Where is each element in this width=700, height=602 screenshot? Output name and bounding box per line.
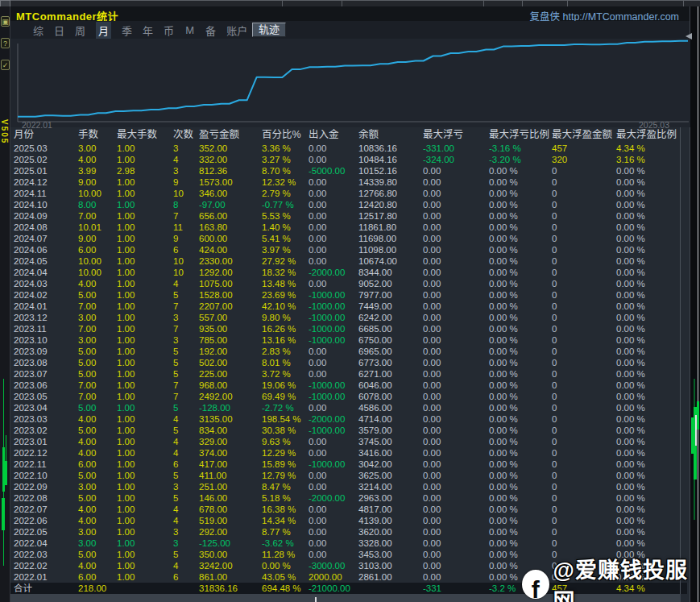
track-button[interactable]: 轨迹 (252, 23, 286, 37)
menu-item-月[interactable]: 月 (96, 22, 111, 39)
table-row[interactable]: 2022.093.001.003251.008.47 %0.003214.000… (10, 481, 687, 492)
column-header-8[interactable]: 最大浮亏 (423, 127, 489, 143)
cell-10: 0 (552, 380, 616, 391)
cell-6: 0.00 (309, 481, 358, 492)
cell-3: 6 (173, 459, 199, 470)
scroll-arrow-icon[interactable] (686, 33, 692, 39)
cell-4: 656.00 (199, 210, 262, 222)
menu-item-日[interactable]: 日 (54, 23, 64, 38)
cell-1: 5.00 (78, 368, 117, 380)
cell-10: 0 (552, 346, 616, 357)
table-row[interactable]: 2024.0510.001.00102330.0027.92 %0.001067… (10, 255, 687, 267)
cell-2: 1.00 (117, 143, 173, 154)
help-icon[interactable]: ? (1, 38, 10, 48)
cell-4: 146.00 (199, 492, 262, 504)
table-row[interactable]: 2024.079.001.009600.005.41 %0.0011698.00… (10, 233, 687, 244)
cell-10: 0 (552, 402, 616, 413)
table-row[interactable]: 2024.1110.001.0010346.002.79 %0.0012766.… (10, 188, 687, 199)
table-row[interactable]: 2023.014.001.004329.009.63 %0.003745.000… (10, 436, 687, 447)
table-row[interactable]: 2024.025.001.0051528.0023.69 %-1000.0079… (10, 289, 687, 301)
menu-item-备[interactable]: 备 (205, 23, 216, 38)
table-row[interactable]: 2022.043.001.003-125.00-3.62 %0.003328.0… (10, 538, 687, 549)
menu-item-综[interactable]: 综 (33, 23, 43, 38)
menu-item-季[interactable]: 季 (122, 23, 132, 38)
menu-item-账户[interactable]: 账户 (226, 23, 247, 38)
cell-1: 4.00 (78, 504, 117, 515)
column-header-4[interactable]: 盈亏金额 (199, 127, 262, 143)
table-row[interactable]: 2022.074.001.004678.0016.38 %0.004817.00… (10, 504, 687, 515)
cell-1: 4.00 (78, 413, 117, 425)
menu-item-M[interactable]: M (184, 24, 195, 36)
cell-11: 0.00 % (616, 323, 681, 334)
chart-axes (18, 44, 689, 122)
cell-5: -3.62 % (262, 538, 309, 549)
confirm-icon[interactable]: ✓ (1, 60, 10, 70)
cell-6: 0.00 (309, 278, 358, 289)
table-row[interactable]: 2023.095.001.005192.002.83 %0.006965.000… (10, 346, 687, 357)
table-row[interactable]: 2024.0810.011.0011163.801.40 %0.0011861.… (10, 222, 687, 233)
table-row[interactable]: 2023.103.001.003785.0013.16 %-1000.00675… (10, 334, 687, 346)
capture-icon[interactable]: ▣ (1, 16, 10, 27)
table-row[interactable]: 2023.117.001.007935.0016.26 %-1000.00668… (10, 323, 687, 334)
column-header-5[interactable]: 百分比% (262, 127, 309, 143)
column-header-11[interactable]: 最大浮盈比例 (616, 127, 681, 143)
menu-item-币[interactable]: 币 (164, 23, 174, 38)
cell-4: 502.00 (199, 357, 262, 368)
background-candlesticks-right (690, 371, 700, 548)
cell-6: 0.00 (309, 188, 358, 199)
cell-7: 12517.80 (358, 210, 423, 222)
column-header-10[interactable]: 最大浮盈金额 (552, 127, 616, 143)
cell-3: 7 (173, 391, 199, 402)
table-row[interactable]: 2022.116.001.006417.0015.89 %-1000.00304… (10, 459, 687, 470)
cell-9: 0.00 % (489, 481, 552, 492)
menu-item-周[interactable]: 周 (75, 23, 85, 38)
cell-8: 0.00 (423, 188, 489, 199)
cell-5: 2.83 % (262, 346, 309, 357)
column-header-6[interactable]: 出入金 (309, 127, 358, 143)
cell-1: 4.00 (78, 278, 117, 289)
table-row[interactable]: 2023.085.001.005502.008.01 %0.006773.000… (10, 357, 687, 368)
table-row[interactable]: 2022.085.001.005146.005.18 %-2000.002963… (10, 492, 687, 504)
cell-0: 2023.12 (14, 312, 78, 323)
table-row[interactable]: 2025.033.001.003352.003.36 %0.0010836.16… (10, 143, 687, 154)
table-row[interactable]: 2025.013.992.983812.368.70 %-5000.001015… (10, 165, 687, 176)
table-row[interactable]: 2023.067.001.007968.0019.06 %-1000.00604… (10, 380, 687, 391)
column-header-2[interactable]: 最大手数 (117, 127, 173, 143)
cell-7: 3579.00 (358, 425, 423, 436)
table-row[interactable]: 2024.097.001.007656.005.53 %0.0012517.80… (10, 210, 687, 222)
cell-11: 0.00 % (616, 504, 681, 515)
table-row[interactable]: 2024.017.001.0072207.0042.10 %-1000.0074… (10, 301, 687, 312)
cell-2: 1.00 (117, 267, 173, 278)
table-row[interactable]: 2025.024.001.004332.003.27 %0.0010484.16… (10, 154, 687, 165)
table-row[interactable]: 2022.124.001.004374.0012.29 %0.003416.00… (10, 447, 687, 459)
cell-10: 0 (552, 301, 616, 312)
cell-0: 2022.08 (14, 492, 78, 504)
table-row[interactable]: 2023.025.001.005834.0030.38 %-1000.00357… (10, 425, 687, 436)
menu-item-年[interactable]: 年 (143, 23, 153, 38)
table-row[interactable]: 2024.034.001.0041075.0013.48 %0.009052.0… (10, 278, 687, 289)
table-row[interactable]: 2022.053.001.003292.008.77 %0.003620.000… (10, 526, 687, 538)
table-row[interactable]: 2023.034.001.0043135.00198.54 %-2000.004… (10, 413, 687, 425)
table-row[interactable]: 2022.105.001.005411.0012.79 %0.003625.00… (10, 470, 687, 481)
background-right-strip (690, 6, 700, 602)
cell-5: 3.72 % (262, 368, 309, 380)
table-row[interactable]: 2024.0410.001.00101292.0018.32 %-2000.00… (10, 267, 687, 278)
table-row[interactable]: 2024.129.001.0091573.0012.32 %0.0014339.… (10, 176, 687, 188)
cell-2: 1.00 (117, 222, 173, 233)
table-row[interactable]: 2023.057.001.0072492.0069.49 %-1000.0060… (10, 391, 687, 402)
table-row[interactable]: 2024.108.001.008-97.00-0.77 %0.0012420.8… (10, 199, 687, 210)
column-header-9[interactable]: 最大浮亏比例 (489, 127, 552, 143)
column-header-7[interactable]: 余额 (358, 127, 423, 143)
cell-8: 0.00 (423, 492, 489, 504)
table-row[interactable]: 2023.045.001.005-128.00-2.72 %0.004586.0… (10, 402, 687, 413)
table-row[interactable]: 2022.064.001.004519.0014.34 %0.004139.00… (10, 515, 687, 526)
cell-1: 5.00 (78, 492, 117, 504)
column-header-3[interactable]: 次数 (173, 127, 199, 143)
column-header-1[interactable]: 手数 (78, 127, 117, 143)
cell-3: 9 (173, 233, 199, 244)
cell-10: 0 (552, 481, 616, 492)
table-row[interactable]: 2024.066.001.006424.003.97 %0.0011098.00… (10, 244, 687, 255)
column-header-0[interactable]: 月份 (14, 127, 78, 143)
table-row[interactable]: 2023.075.001.005225.003.72 %0.006271.000… (10, 368, 687, 380)
table-row[interactable]: 2023.123.001.003557.009.80 %-1000.006242… (10, 312, 687, 323)
